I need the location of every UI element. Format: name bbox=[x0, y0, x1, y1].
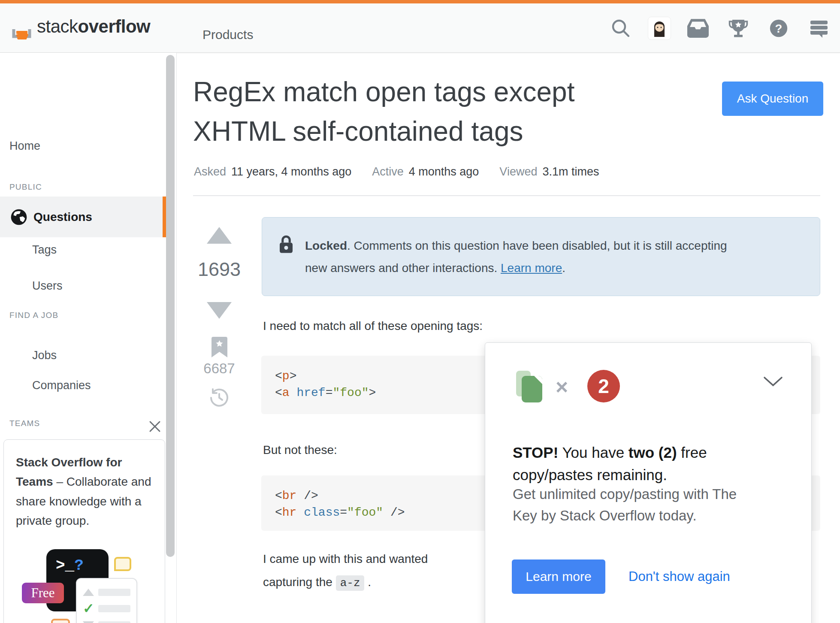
sidebar-section-find-a-job: FIND A JOB bbox=[9, 311, 58, 320]
locked-notice: Locked. Comments on this question have b… bbox=[262, 217, 820, 296]
logo-wordmark: stackoverflow bbox=[37, 16, 150, 37]
stat-value: 4 months ago bbox=[409, 165, 479, 178]
question-paragraph: capturing the a-z . bbox=[263, 575, 503, 590]
teams-close-icon[interactable] bbox=[148, 420, 161, 433]
nav-products-link[interactable]: Products bbox=[202, 27, 253, 42]
sidebar-item-users[interactable]: Users bbox=[32, 279, 63, 293]
question-title: RegEx match open tags except XHTML self-… bbox=[193, 72, 622, 151]
bookmark-icon[interactable] bbox=[212, 337, 227, 359]
sidebar-item-questions-label: Questions bbox=[33, 210, 92, 224]
stackoverflow-logo[interactable]: stackoverflow bbox=[9, 12, 150, 41]
svg-text:?: ? bbox=[775, 22, 783, 35]
sidebar-active-indicator bbox=[163, 197, 166, 237]
revision-history-icon[interactable] bbox=[209, 387, 230, 410]
popup-body-text: Get unlimited copy/pasting with The Key … bbox=[513, 484, 748, 526]
locked-notice-text: Locked. Comments on this question have b… bbox=[305, 235, 730, 296]
sidebar-scrollbar[interactable] bbox=[166, 55, 175, 557]
page: stackoverflow Products bbox=[0, 0, 840, 623]
copy-paste-limit-popup: × 2 STOP! You have two (2) free copy/pas… bbox=[485, 342, 812, 623]
left-sidebar: Home PUBLIC Questions Tags Users FIND A … bbox=[0, 53, 177, 623]
help-icon[interactable]: ? bbox=[765, 15, 792, 42]
question-stats: Asked11 years, 4 months ago Active4 mont… bbox=[194, 165, 599, 178]
speech-bubble-yellow-icon bbox=[114, 557, 131, 571]
upvote-arrow[interactable] bbox=[207, 227, 232, 244]
sidebar-item-companies[interactable]: Companies bbox=[32, 379, 91, 392]
downvote-arrow[interactable] bbox=[207, 302, 232, 319]
sidebar-item-tags[interactable]: Tags bbox=[32, 243, 57, 257]
speech-bubble-orange-icon bbox=[51, 619, 70, 623]
learn-more-link[interactable]: Learn more bbox=[501, 261, 562, 275]
free-badge: Free bbox=[22, 583, 64, 603]
chevron-down-icon[interactable] bbox=[763, 376, 783, 389]
header-divider bbox=[193, 195, 820, 196]
sidebar-section-teams: TEAMS bbox=[9, 419, 40, 428]
checkmark-icon: ✓ bbox=[83, 600, 94, 617]
stat-value: 3.1m times bbox=[542, 165, 599, 178]
checklist-illustration: ✓ bbox=[76, 578, 137, 623]
popup-heading: STOP! You have two (2) free copy/pastes … bbox=[513, 442, 753, 486]
inbox-icon[interactable] bbox=[685, 15, 711, 42]
stackoverflow-logo-icon bbox=[9, 12, 33, 41]
stat-label: Viewed bbox=[499, 165, 537, 178]
stat-label: Asked bbox=[194, 165, 226, 178]
sidebar-section-public: PUBLIC bbox=[9, 182, 42, 192]
teams-promo-text: Stack Overflow for Teams – Collaborate a… bbox=[16, 453, 152, 530]
sidebar-item-questions[interactable]: Questions bbox=[0, 197, 166, 237]
sidebar-item-home[interactable]: Home bbox=[9, 139, 40, 153]
nav-icon-group: ? bbox=[607, 3, 832, 53]
multiply-sign: × bbox=[556, 375, 568, 399]
bookmark-count: 6687 bbox=[184, 360, 254, 377]
ask-question-button[interactable]: Ask Question bbox=[722, 82, 823, 116]
learn-more-button[interactable]: Learn more bbox=[512, 559, 605, 594]
top-accent-bar bbox=[0, 0, 840, 3]
top-navbar: stackoverflow Products bbox=[0, 3, 840, 53]
dont-show-again-link[interactable]: Don't show again bbox=[628, 569, 730, 584]
lock-icon bbox=[278, 235, 294, 296]
upvote-triangle-icon bbox=[83, 589, 94, 596]
downvote-triangle-icon bbox=[83, 621, 94, 623]
globe-icon bbox=[10, 209, 27, 226]
vote-count: 1693 bbox=[184, 258, 254, 281]
search-icon[interactable] bbox=[607, 15, 634, 42]
sidebar-item-jobs[interactable]: Jobs bbox=[32, 349, 57, 362]
site-switcher-menu-icon[interactable] bbox=[806, 15, 832, 42]
achievements-trophy-icon[interactable] bbox=[725, 15, 752, 42]
user-avatar[interactable] bbox=[648, 17, 671, 40]
inline-code: a-z bbox=[336, 575, 365, 591]
question-paragraph: But not these: bbox=[263, 443, 503, 457]
question-paragraph: I came up with this and wanted bbox=[263, 552, 503, 566]
stat-label: Active bbox=[372, 165, 404, 178]
copy-page-front-icon bbox=[522, 376, 542, 402]
remaining-count-badge: 2 bbox=[587, 370, 620, 402]
question-paragraph: I need to match all of these opening tag… bbox=[263, 319, 503, 333]
teams-promo-card: Stack Overflow for Teams – Collaborate a… bbox=[3, 439, 165, 623]
stat-value: 11 years, 4 months ago bbox=[231, 165, 351, 178]
